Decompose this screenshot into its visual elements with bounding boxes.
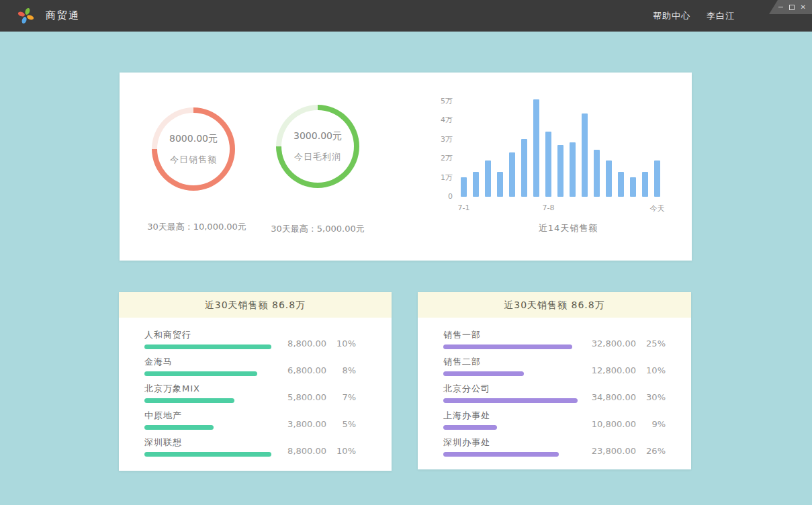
bar [509, 152, 515, 197]
today-profit-value: 3000.00元 [294, 130, 342, 142]
y-axis-label: 2万 [430, 154, 453, 163]
rank-row-label: 中原地产 [144, 410, 273, 420]
rank-row-value: 34,800.00 [582, 392, 636, 402]
rank-row: 人和商贸行8,800.0010% [144, 330, 356, 349]
rank-row-percent: 7% [326, 392, 356, 402]
rank-row-left: 销售二部 [443, 357, 578, 376]
y-axis-label: 5万 [430, 97, 453, 105]
rank-row: 深圳办事处23,800.0026% [443, 437, 666, 457]
bar [570, 142, 576, 197]
rank-row-percent: 8% [326, 365, 356, 375]
maximize-icon[interactable] [789, 5, 795, 10]
today-profit-gauge-center: 3000.00元 今日毛利润 [281, 110, 354, 183]
bar [654, 160, 660, 197]
rank-row-percent: 10% [326, 446, 356, 456]
bar [473, 172, 479, 197]
rank-row-left: 金海马 [144, 357, 273, 376]
today-sales-label: 今日销售额 [170, 154, 217, 166]
rank-row-left: 深圳办事处 [443, 437, 578, 457]
department-rank-list: 销售一部32,800.0025%销售二部12,800.0010%北京分公司34,… [418, 318, 691, 457]
rank-row-right: 3,800.005% [273, 419, 356, 430]
app-window: 商贸通 帮助中心 李白江 ✕ 8000.00元 今日销售额 30天最高：10,0… [0, 0, 812, 505]
app-title: 商贸通 [46, 9, 80, 22]
bar [618, 172, 624, 197]
rank-row-bar [443, 371, 524, 376]
rank-row-label: 上海办事处 [443, 410, 578, 420]
today-profit-gauge: 3000.00元 今日毛利润 [276, 105, 359, 188]
rank-row: 北京万象MIX5,800.007% [144, 383, 356, 403]
rank-row-right: 10,800.009% [582, 419, 666, 430]
today-sales-gauge-center: 8000.00元 今日销售额 [157, 113, 230, 185]
x-axis-label: 今天 [650, 203, 665, 214]
bar-chart-x-axis: 7-17-8今天 [461, 203, 660, 213]
close-icon[interactable]: ✕ [801, 4, 806, 11]
bar [497, 172, 503, 197]
customer-card-title: 近30天销售额 86.8万 [119, 292, 392, 318]
x-axis-label: 7-1 [458, 203, 470, 212]
bar [630, 177, 636, 197]
rank-row-value: 6,800.00 [273, 365, 326, 375]
rank-row-right: 5,800.007% [273, 392, 356, 403]
minimize-icon[interactable] [778, 7, 783, 7]
rank-row-right: 32,800.0025% [582, 338, 666, 349]
rank-row: 北京分公司34,800.0030% [443, 383, 666, 403]
bar [485, 160, 491, 197]
bar [642, 172, 648, 197]
sales-14day-bar-chart: 01万2万3万4万5万 7-17-8今天 近14天销售额 [430, 89, 678, 244]
rank-row-bar [443, 425, 497, 430]
titlebar: 商贸通 帮助中心 李白江 ✕ [0, 0, 812, 32]
rank-row-bar [144, 452, 271, 457]
rank-row-label: 销售二部 [443, 357, 578, 367]
rank-row-right: 12,800.0010% [582, 365, 666, 376]
today-profit-30day-max: 30天最高：5,000.00元 [240, 223, 395, 235]
customer-rank-list: 人和商贸行8,800.0010%金海马6,800.008%北京万象MIX5,80… [119, 318, 392, 457]
rank-row-label: 销售一部 [443, 330, 578, 340]
today-profit-label: 今日毛利润 [294, 151, 341, 163]
rank-row-bar [144, 371, 257, 376]
rank-row-left: 中原地产 [144, 410, 273, 430]
rank-row-percent: 9% [636, 419, 666, 429]
y-axis-label: 0 [430, 193, 453, 201]
rank-row-label: 人和商贸行 [144, 330, 273, 340]
rank-row-left: 销售一部 [443, 330, 578, 349]
rank-row: 金海马6,800.008% [144, 357, 356, 376]
rank-row: 上海办事处10,800.009% [443, 410, 666, 430]
rank-row-left: 北京分公司 [443, 383, 578, 403]
rank-row-left: 人和商贸行 [144, 330, 273, 349]
y-axis-label: 4万 [430, 116, 453, 124]
rank-row-percent: 30% [636, 392, 666, 402]
y-axis-label: 1万 [430, 174, 453, 182]
rank-row: 销售二部12,800.0010% [443, 357, 666, 376]
username-menu[interactable]: 李白江 [707, 10, 735, 22]
rank-row-percent: 25% [636, 338, 666, 349]
bar [521, 139, 527, 197]
help-center-link[interactable]: 帮助中心 [653, 10, 690, 22]
bar-chart-title: 近14天销售额 [467, 222, 669, 234]
rank-row: 中原地产3,800.005% [144, 410, 356, 430]
bar [582, 113, 588, 197]
rank-row-value: 5,800.00 [273, 392, 326, 402]
rank-row-value: 10,800.00 [582, 419, 636, 429]
rank-row-right: 23,800.0026% [582, 446, 666, 457]
rank-row-value: 8,800.00 [273, 446, 326, 456]
rank-row-right: 34,800.0030% [582, 392, 666, 403]
bar-chart-y-axis: 01万2万3万4万5万 [430, 89, 455, 197]
today-sales-value: 8000.00元 [169, 133, 218, 145]
rank-row-value: 8,800.00 [273, 338, 326, 349]
rank-row-label: 金海马 [144, 357, 273, 367]
rank-row-value: 12,800.00 [582, 365, 636, 375]
department-sales-rank-card: 近30天销售额 86.8万 销售一部32,800.0025%销售二部12,800… [418, 292, 691, 469]
rank-row-label: 北京万象MIX [144, 383, 273, 394]
rank-row-left: 北京万象MIX [144, 383, 273, 403]
rank-row-percent: 10% [636, 365, 666, 375]
bar [594, 150, 600, 197]
rank-row-bar [443, 398, 578, 403]
rank-row-label: 北京分公司 [443, 383, 578, 394]
rank-row: 销售一部32,800.0025% [443, 330, 666, 349]
titlebar-menu: 帮助中心 李白江 [653, 0, 735, 32]
customer-sales-rank-card: 近30天销售额 86.8万 人和商贸行8,800.0010%金海马6,800.0… [119, 292, 392, 471]
department-card-title: 近30天销售额 86.8万 [418, 292, 691, 318]
bar [533, 99, 539, 197]
rank-row-label: 深圳办事处 [443, 437, 578, 447]
pinwheel-logo-icon [16, 6, 36, 26]
